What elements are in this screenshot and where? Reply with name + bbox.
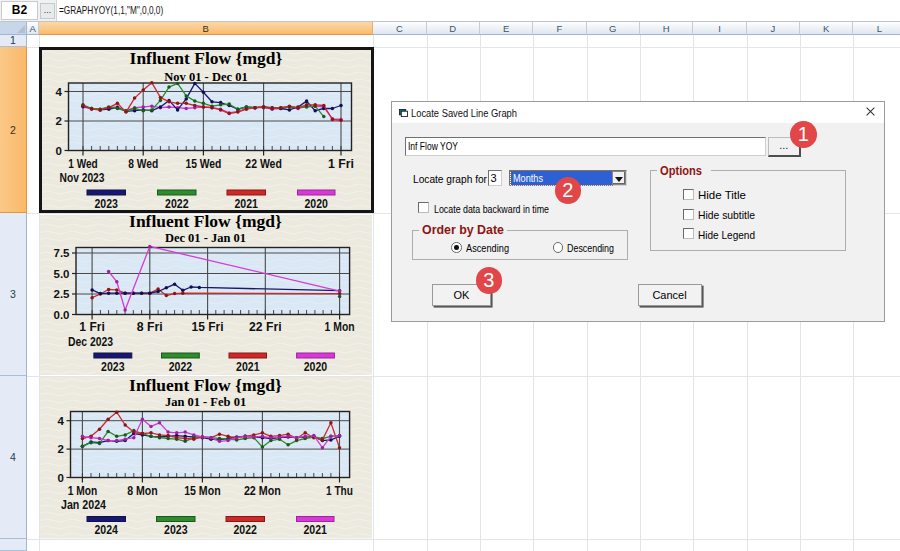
- svg-text:5.0: 5.0: [54, 268, 70, 280]
- svg-text:2021: 2021: [236, 359, 259, 374]
- svg-text:22 Fri: 22 Fri: [249, 320, 282, 334]
- svg-text:1 Thu: 1 Thu: [326, 484, 353, 498]
- svg-text:Influent Flow {mgd}: Influent Flow {mgd}: [129, 215, 282, 231]
- svg-text:2: 2: [58, 443, 64, 455]
- svg-text:2023: 2023: [164, 522, 188, 537]
- svg-text:1 Mon: 1 Mon: [68, 484, 98, 498]
- svg-text:8 Fri: 8 Fri: [137, 320, 163, 334]
- svg-text:1 Mon: 1 Mon: [325, 320, 355, 334]
- svg-text:Influent Flow {mgd}: Influent Flow {mgd}: [129, 377, 282, 395]
- svg-text:0.0: 0.0: [54, 309, 70, 321]
- svg-text:Jan 01 - Feb 01: Jan 01 - Feb 01: [165, 395, 246, 409]
- svg-text:Dec 2023: Dec 2023: [68, 335, 113, 349]
- svg-text:2022: 2022: [233, 522, 257, 537]
- svg-text:2021: 2021: [303, 522, 327, 537]
- svg-text:7.5: 7.5: [54, 247, 71, 259]
- svg-text:2022: 2022: [169, 359, 193, 374]
- svg-text:4: 4: [58, 415, 65, 427]
- svg-text:Dec 01 - Jan 01: Dec 01 - Jan 01: [165, 231, 246, 245]
- svg-text:8 Mon: 8 Mon: [127, 484, 158, 498]
- svg-text:2024: 2024: [94, 522, 118, 537]
- svg-text:22 Mon: 22 Mon: [244, 484, 281, 498]
- svg-text:15 Mon: 15 Mon: [184, 484, 221, 498]
- svg-text:1 Fri: 1 Fri: [79, 320, 105, 334]
- svg-text:2023: 2023: [101, 359, 125, 374]
- svg-text:0: 0: [58, 472, 64, 484]
- svg-text:Jan 2024: Jan 2024: [61, 498, 106, 512]
- svg-text:2.5: 2.5: [54, 288, 71, 300]
- svg-text:15 Fri: 15 Fri: [192, 320, 224, 334]
- svg-text:2020: 2020: [304, 359, 328, 374]
